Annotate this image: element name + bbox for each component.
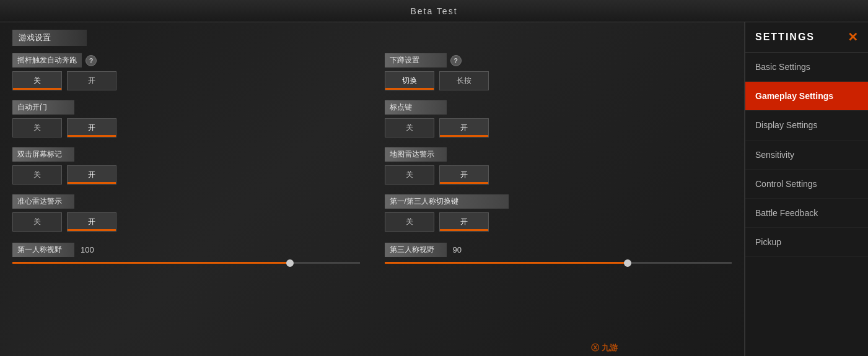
toggle-btn-mark-key-0[interactable]: 关 [385,118,434,137]
setting-crouch-setting: 下蹲设置?切换长按 [385,53,732,90]
toggle-btn-joystick-sprint-1[interactable]: 开 [67,71,116,90]
toggle-group-perspective-key: 关开 [385,212,732,232]
setting-label-row-map-radar: 地图雷达警示 [385,147,732,162]
setting-label-row-aim-radar: 准心雷达警示 [12,194,360,209]
main-layout: 游戏设置 摇杆触发自动奔跑?关开下蹲设置?切换长按自动开门关开标点键关开双击屏幕… [0,22,868,356]
slider-item-fov-third: 第三人称视野90 [385,240,732,264]
settings-grid: 摇杆触发自动奔跑?关开下蹲设置?切换长按自动开门关开标点键关开双击屏幕标记关开地… [12,53,732,232]
toggle-btn-mark-key-1[interactable]: 开 [439,118,489,137]
toggle-btn-map-radar-0[interactable]: 关 [385,165,434,185]
slider-value-fov-first: 100 [81,245,99,254]
setting-label-aim-radar: 准心雷达警示 [12,194,74,209]
toggle-btn-crouch-setting-0[interactable]: 切换 [385,71,434,90]
sidebar-item-battle-feedback[interactable]: Battle Feedback [745,199,868,228]
slider-track-container-fov-first[interactable] [12,261,360,264]
logo-text: ⓧ 九游 [591,343,618,352]
sliders-row: 第一人称视野100第三人称视野90 [12,240,732,264]
setting-double-tap-mark: 双击屏幕标记关开 [12,147,360,185]
setting-label-row-perspective-key: 第一/第三人称切换键 [385,194,732,209]
logo-area: ⓧ 九游 [591,342,618,354]
top-bar-title: Beta Test [410,6,457,16]
toggle-group-joystick-sprint: 关开 [12,71,360,90]
slider-track-fov-first[interactable] [12,262,360,264]
sidebar-item-pickup[interactable]: Pickup [745,228,868,257]
setting-label-joystick-sprint: 摇杆触发自动奔跑 [12,53,82,67]
toggle-btn-joystick-sprint-0[interactable]: 关 [12,71,62,90]
sidebar: SETTINGS ✕ Basic SettingsGameplay Settin… [744,22,868,356]
setting-label-perspective-key: 第一/第三人称切换键 [385,194,509,209]
slider-thumb-fov-third[interactable] [624,259,631,267]
slider-track-fov-third[interactable] [385,262,732,264]
slider-value-fov-third: 90 [453,245,471,254]
toggle-btn-double-tap-mark-1[interactable]: 开 [67,165,116,185]
slider-fill-fov-first [12,262,290,264]
toggle-group-aim-radar: 关开 [12,212,360,232]
slider-label-fov-third: 第三人称视野 [385,243,447,257]
toggle-group-auto-door: 关开 [12,118,360,137]
sidebar-items-container: Basic SettingsGameplay SettingsDisplay S… [745,53,868,257]
toggle-btn-map-radar-1[interactable]: 开 [439,165,489,185]
toggle-btn-crouch-setting-1[interactable]: 长按 [439,71,489,90]
toggle-btn-auto-door-1[interactable]: 开 [67,118,116,137]
sidebar-item-basic-settings[interactable]: Basic Settings [745,53,868,82]
section-header: 游戏设置 [12,30,87,46]
slider-item-fov-first: 第一人称视野100 [12,240,360,264]
sidebar-item-gameplay-settings[interactable]: Gameplay Settings [745,82,868,111]
setting-label-map-radar: 地图雷达警示 [385,147,447,162]
slider-fill-fov-third [385,262,628,264]
toggle-btn-perspective-key-0[interactable]: 关 [385,212,434,232]
sidebar-item-control-settings[interactable]: Control Settings [745,170,868,199]
toggle-group-crouch-setting: 切换长按 [385,71,732,90]
toggle-group-map-radar: 关开 [385,165,732,185]
content-area: 游戏设置 摇杆触发自动奔跑?关开下蹲设置?切换长按自动开门关开标点键关开双击屏幕… [0,22,744,356]
setting-label-double-tap-mark: 双击屏幕标记 [12,147,74,162]
toggle-btn-aim-radar-0[interactable]: 关 [12,212,62,232]
toggle-btn-aim-radar-1[interactable]: 开 [67,212,116,232]
setting-joystick-sprint: 摇杆触发自动奔跑?关开 [12,53,360,90]
toggle-group-double-tap-mark: 关开 [12,165,360,185]
sidebar-header: SETTINGS ✕ [745,22,868,53]
setting-label-row-joystick-sprint: 摇杆触发自动奔跑? [12,53,360,67]
setting-label-auto-door: 自动开门 [12,100,74,115]
toggle-btn-double-tap-mark-0[interactable]: 关 [12,165,62,185]
sidebar-title: SETTINGS [755,32,815,43]
slider-label-row-fov-first: 第一人称视野100 [12,243,360,257]
slider-thumb-fov-first[interactable] [286,259,294,267]
help-icon-crouch-setting[interactable]: ? [450,55,462,66]
sidebar-item-display-settings[interactable]: Display Settings [745,111,868,140]
setting-label-row-mark-key: 标点键 [385,100,732,115]
toggle-btn-auto-door-0[interactable]: 关 [12,118,62,137]
toggle-group-mark-key: 关开 [385,118,732,137]
setting-label-row-crouch-setting: 下蹲设置? [385,53,732,67]
help-icon-joystick-sprint[interactable]: ? [85,55,97,66]
top-bar: Beta Test [0,0,868,22]
sidebar-item-sensitivity[interactable]: Sensitivity [745,141,868,170]
slider-track-container-fov-third[interactable] [385,261,732,264]
setting-auto-door: 自动开门关开 [12,100,360,137]
slider-label-row-fov-third: 第三人称视野90 [385,243,732,257]
setting-map-radar: 地图雷达警示关开 [385,147,732,185]
setting-perspective-key: 第一/第三人称切换键关开 [385,194,732,232]
setting-label-crouch-setting: 下蹲设置 [385,53,447,67]
setting-mark-key: 标点键关开 [385,100,732,137]
setting-label-row-auto-door: 自动开门 [12,100,360,115]
setting-label-mark-key: 标点键 [385,100,447,115]
setting-aim-radar: 准心雷达警示关开 [12,194,360,232]
slider-label-fov-first: 第一人称视野 [12,243,74,257]
toggle-btn-perspective-key-1[interactable]: 开 [439,212,489,232]
close-button[interactable]: ✕ [848,30,858,45]
setting-label-row-double-tap-mark: 双击屏幕标记 [12,147,360,162]
